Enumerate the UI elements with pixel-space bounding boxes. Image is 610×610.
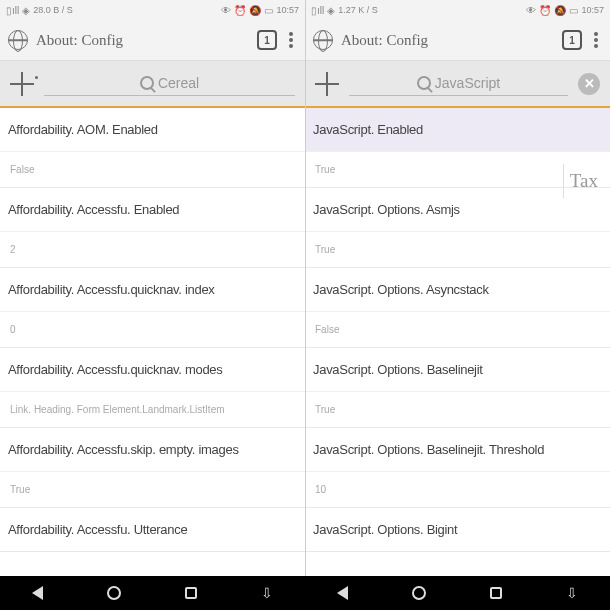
- pref-value: False: [0, 151, 305, 187]
- pref-row[interactable]: JavaScript. Options. Bigint: [305, 508, 610, 552]
- search-input[interactable]: JavaScript: [349, 71, 568, 96]
- battery-icon: ▭: [264, 5, 273, 16]
- eye-icon: 👁: [221, 5, 231, 16]
- eye-icon: 👁: [526, 5, 536, 16]
- drawer-button[interactable]: ⇩: [261, 585, 273, 601]
- home-button[interactable]: [412, 586, 426, 600]
- pref-row[interactable]: Affordability. Accessfu.skip. empty. ima…: [0, 428, 305, 508]
- pref-row[interactable]: Affordability. AOM. EnabledFalse: [0, 108, 305, 188]
- left-pane: ▯ıll ◈ 28.0 B / S 👁 ⏰ 🔕 ▭ 10:57 About: C…: [0, 0, 305, 610]
- search-input[interactable]: Cereal: [44, 71, 295, 96]
- add-button[interactable]: [10, 72, 34, 96]
- pref-row[interactable]: JavaScript. Options. Baselinejit. Thresh…: [305, 428, 610, 508]
- add-button[interactable]: [315, 72, 339, 96]
- net-speed: 1.27 K / S: [338, 5, 378, 15]
- tab-count-button[interactable]: 1: [257, 30, 277, 50]
- globe-icon: [8, 30, 28, 50]
- pref-title: JavaScript. Options. Baselinejit. Thresh…: [305, 428, 610, 471]
- clock: 10:57: [276, 5, 299, 15]
- pref-title: JavaScript. Options. Bigint: [305, 508, 610, 551]
- mute-icon: 🔕: [554, 5, 566, 16]
- search-icon: [417, 76, 431, 90]
- menu-button[interactable]: [590, 32, 602, 48]
- search-icon: [140, 76, 154, 90]
- pref-title: Affordability. Accessfu.quicknav. index: [0, 268, 305, 311]
- pref-value: True: [305, 231, 610, 267]
- pref-title: Affordability. Accessfu.quicknav. modes: [0, 348, 305, 391]
- alarm-icon: ⏰: [539, 5, 551, 16]
- pref-row[interactable]: Affordability. Accessfu.quicknav. modesL…: [0, 348, 305, 428]
- pref-value: Link. Heading. Form Element.Landmark.Lis…: [0, 391, 305, 427]
- signal-icon: ▯ıll: [6, 5, 19, 16]
- wifi-icon: ◈: [22, 5, 30, 16]
- pref-title: Affordability. Accessfu. Utterance: [0, 508, 305, 551]
- pref-title: Affordability. Accessfu. Enabled: [0, 188, 305, 231]
- right-pane: ▯ıll ◈ 1.27 K / S 👁 ⏰ 🔕 ▭ 10:57 About: C…: [305, 0, 610, 610]
- page-title: About: Config: [341, 32, 554, 49]
- pane-divider: [305, 0, 306, 576]
- battery-icon: ▭: [569, 5, 578, 16]
- back-button[interactable]: [32, 586, 43, 600]
- pref-value: True: [0, 471, 305, 507]
- recent-button[interactable]: [185, 587, 197, 599]
- signal-icon: ▯ıll: [311, 5, 324, 16]
- pref-value: True: [305, 391, 610, 427]
- pref-row[interactable]: JavaScript. Options. AsyncstackFalse: [305, 268, 610, 348]
- net-speed: 28.0 B / S: [33, 5, 73, 15]
- pref-title: JavaScript. Options. Asyncstack: [305, 268, 610, 311]
- clear-search-button[interactable]: ✕: [578, 73, 600, 95]
- search-text: Cereal: [158, 75, 199, 91]
- app-bar: About: Config 1: [305, 20, 610, 60]
- pref-title: JavaScript. Enabled: [305, 108, 610, 151]
- pref-value: False: [305, 311, 610, 347]
- drawer-button[interactable]: ⇩: [566, 585, 578, 601]
- pref-value: 2: [0, 231, 305, 267]
- pref-row[interactable]: Affordability. Accessfu. Utterance: [0, 508, 305, 552]
- pref-row[interactable]: JavaScript. Options. BaselinejitTrue: [305, 348, 610, 428]
- pref-title: Affordability. Accessfu.skip. empty. ima…: [0, 428, 305, 471]
- home-button[interactable]: [107, 586, 121, 600]
- search-bar: Cereal: [0, 60, 305, 108]
- status-bar: ▯ıll ◈ 28.0 B / S 👁 ⏰ 🔕 ▭ 10:57: [0, 0, 305, 20]
- back-button[interactable]: [337, 586, 348, 600]
- pref-row[interactable]: JavaScript. Options. AsmjsTrue: [305, 188, 610, 268]
- app-bar: About: Config 1: [0, 20, 305, 60]
- page-title: About: Config: [36, 32, 249, 49]
- tab-count-button[interactable]: 1: [562, 30, 582, 50]
- recent-button[interactable]: [490, 587, 502, 599]
- status-bar: ▯ıll ◈ 1.27 K / S 👁 ⏰ 🔕 ▭ 10:57: [305, 0, 610, 20]
- clock: 10:57: [581, 5, 604, 15]
- search-bar: JavaScript ✕: [305, 60, 610, 108]
- pref-title: Affordability. AOM. Enabled: [0, 108, 305, 151]
- menu-button[interactable]: [285, 32, 297, 48]
- pref-row[interactable]: Affordability. Accessfu. Enabled2: [0, 188, 305, 268]
- pref-title: JavaScript. Options. Baselinejit: [305, 348, 610, 391]
- tax-label: Tax: [563, 164, 604, 198]
- pref-value: 0: [0, 311, 305, 347]
- pref-row[interactable]: Affordability. Accessfu.quicknav. index0: [0, 268, 305, 348]
- mute-icon: 🔕: [249, 5, 261, 16]
- pref-list[interactable]: Affordability. AOM. EnabledFalseAffordab…: [0, 108, 305, 610]
- pref-value: 10: [305, 471, 610, 507]
- alarm-icon: ⏰: [234, 5, 246, 16]
- search-text: JavaScript: [435, 75, 500, 91]
- nav-bar: ⇩ ⇩: [0, 576, 610, 610]
- wifi-icon: ◈: [327, 5, 335, 16]
- globe-icon: [313, 30, 333, 50]
